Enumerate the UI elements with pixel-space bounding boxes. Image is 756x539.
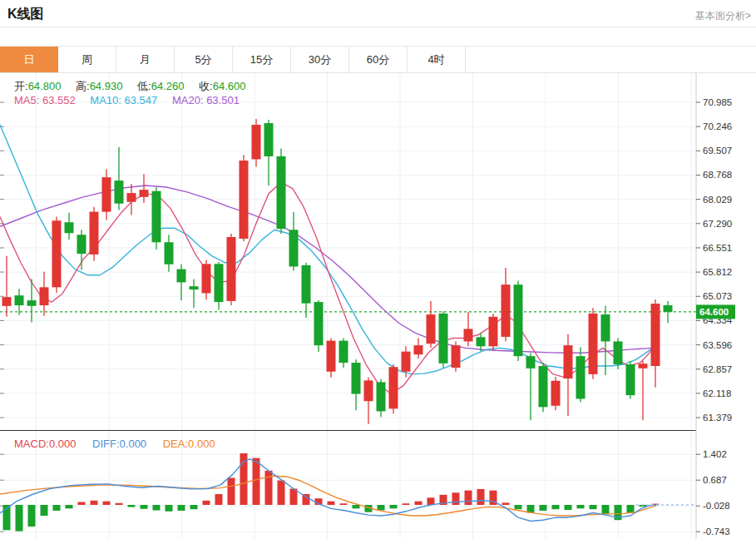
macd-bar xyxy=(378,505,385,511)
axis-label: 65.812 xyxy=(703,267,732,277)
macd-bar xyxy=(265,471,273,505)
candle-body xyxy=(639,363,648,368)
macd-bar xyxy=(116,503,123,505)
candle-body xyxy=(502,284,511,337)
tab-4hour[interactable]: 4时 xyxy=(408,47,466,72)
candle-body xyxy=(277,156,286,229)
macd-bar xyxy=(166,505,173,512)
candle-body xyxy=(264,123,274,156)
candle-body xyxy=(601,314,610,341)
macd-bar xyxy=(590,505,597,509)
macd-bar xyxy=(427,497,435,505)
macd-bar xyxy=(153,505,161,511)
axis-label: 1.402 xyxy=(703,449,727,459)
macd-bar xyxy=(141,505,148,509)
candle-body xyxy=(589,314,598,374)
macd-bar xyxy=(66,505,73,508)
candle-body xyxy=(664,305,673,312)
close-label: 收: xyxy=(199,80,213,92)
macd-bar xyxy=(328,502,335,505)
candle-body xyxy=(626,364,635,395)
ma10-value: MA10: 63.547 xyxy=(90,94,157,106)
close-value: 64.600 xyxy=(213,80,246,92)
macd-value: MACD:0.000 xyxy=(14,438,76,450)
axis-label: 68.768 xyxy=(703,170,732,180)
current-price-badge-text: 64.600 xyxy=(699,307,729,317)
period-tab-bar: 日 周 月 5分 15分 30分 60分 4时 xyxy=(0,46,756,73)
candle-body xyxy=(77,235,86,254)
candle-body xyxy=(289,230,299,266)
candle-body xyxy=(252,125,261,159)
candle-body xyxy=(327,341,336,372)
axis-label: 63.596 xyxy=(703,340,732,350)
macd-bar xyxy=(78,502,86,505)
macd-bar xyxy=(565,505,572,510)
candle-body xyxy=(190,286,199,289)
ma-readout: MA5: 63.552 MA10: 63.547 MA20: 63.501 xyxy=(14,94,240,106)
open-value: 64.800 xyxy=(28,80,62,92)
candle-body xyxy=(165,242,174,264)
macd-bar xyxy=(178,505,185,511)
candle-body xyxy=(202,264,211,293)
candle-body xyxy=(65,222,74,233)
macd-bar xyxy=(128,505,136,507)
tab-day[interactable]: 日 xyxy=(0,47,58,72)
axis-label: 61.379 xyxy=(703,413,732,423)
candle-body xyxy=(489,317,498,347)
axis-label: 0.687 xyxy=(703,475,727,485)
macd-bar xyxy=(228,477,235,505)
open-label: 开: xyxy=(14,80,28,92)
macd-bar xyxy=(515,505,522,509)
macd-bar xyxy=(403,503,410,505)
candle-body xyxy=(27,300,37,306)
axis-label: 67.290 xyxy=(703,219,732,229)
dea-value: DEA:0.000 xyxy=(163,438,215,450)
candle-body xyxy=(576,356,586,398)
axis-label: -0.028 xyxy=(703,501,730,511)
macd-bar xyxy=(41,505,48,516)
dea-line xyxy=(0,476,657,516)
candle-body xyxy=(140,190,149,197)
candle-body xyxy=(389,367,398,408)
tab-30min[interactable]: 30分 xyxy=(291,47,349,72)
tab-60min[interactable]: 60分 xyxy=(349,47,408,72)
candle-body xyxy=(352,363,361,393)
axis-label: 66.551 xyxy=(703,243,732,253)
candle-body xyxy=(240,161,249,239)
candle-body xyxy=(614,341,623,364)
candle-body xyxy=(90,212,99,255)
macd-bar xyxy=(253,458,260,505)
candle-body xyxy=(302,265,311,304)
candle-body xyxy=(551,381,561,406)
candle-body xyxy=(227,237,236,301)
macd-bar xyxy=(602,505,610,514)
axis-label: 70.246 xyxy=(703,121,732,131)
tab-month[interactable]: 月 xyxy=(116,47,175,72)
high-value: 64.930 xyxy=(90,80,123,92)
diff-line xyxy=(0,459,657,522)
ma20-value: MA20: 63.501 xyxy=(172,94,240,106)
candle-body xyxy=(2,297,12,306)
macd-bar xyxy=(390,505,398,508)
macd-bar xyxy=(278,481,285,505)
macd-bar xyxy=(627,505,635,513)
candle-body xyxy=(364,380,373,401)
macd-bar xyxy=(103,502,111,505)
title-bar: K线图 基本面分析> xyxy=(0,0,756,27)
axis-label: 68.029 xyxy=(703,195,732,205)
page-title: K线图 xyxy=(7,6,44,23)
tab-15min[interactable]: 15分 xyxy=(233,47,291,72)
tab-5min[interactable]: 5分 xyxy=(175,47,233,72)
axis-label: 65.073 xyxy=(703,291,732,301)
diff-value: DIFF:0.000 xyxy=(92,438,146,450)
tab-week[interactable]: 周 xyxy=(58,47,116,72)
candle-body xyxy=(15,295,24,305)
macd-bar xyxy=(452,492,460,505)
macd-bar xyxy=(477,489,485,505)
candle-body xyxy=(477,337,486,346)
macd-bar xyxy=(28,505,36,527)
fundamental-analysis-link[interactable]: 基本面分析> xyxy=(695,9,751,23)
candle-body xyxy=(339,341,348,363)
candle-body xyxy=(464,329,473,341)
candle-body xyxy=(651,304,660,366)
